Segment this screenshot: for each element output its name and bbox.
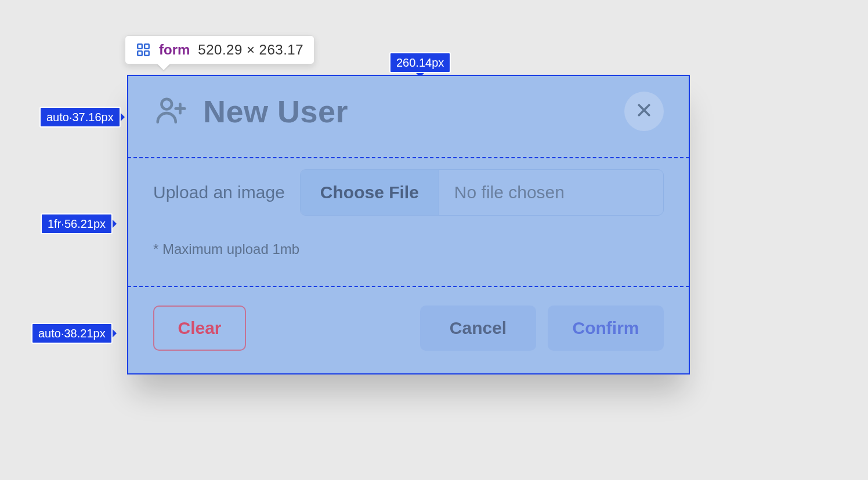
upload-hint: * Maximum upload 1mb	[153, 241, 664, 257]
grid-row2-badge: 1fr·56.21px	[41, 213, 113, 234]
grid-column-width-badge: 260.14px	[389, 52, 451, 73]
form-header: New User	[128, 75, 689, 147]
file-input[interactable]: Choose File No file chosen	[300, 169, 664, 216]
tooltip-dimensions: 520.29 × 263.17	[198, 42, 303, 58]
form-footer: Clear Cancel Confirm	[128, 288, 689, 374]
svg-rect-2	[138, 51, 142, 56]
grid-row1-badge: auto·37.16px	[39, 107, 121, 128]
grid-icon	[136, 42, 151, 57]
close-button[interactable]	[624, 92, 664, 131]
svg-rect-3	[144, 51, 149, 56]
cancel-button[interactable]: Cancel	[420, 306, 536, 351]
devtools-tooltip: form 520.29 × 263.17	[125, 35, 314, 64]
svg-rect-0	[138, 44, 142, 49]
confirm-button[interactable]: Confirm	[548, 306, 664, 351]
clear-button[interactable]: Clear	[153, 306, 246, 351]
svg-point-4	[161, 99, 172, 110]
form-body: Upload an image Choose File No file chos…	[128, 147, 689, 288]
new-user-form: New User Upload an image Choose File No …	[127, 75, 690, 374]
close-icon	[635, 99, 653, 124]
tooltip-element-tag: form	[159, 42, 190, 58]
form-title: New User	[203, 93, 348, 129]
upload-label: Upload an image	[153, 183, 285, 202]
user-plus-icon	[153, 92, 189, 130]
svg-rect-1	[144, 44, 149, 49]
grid-row3-badge: auto·38.21px	[31, 323, 113, 344]
file-status-text: No file chosen	[439, 170, 663, 215]
choose-file-button[interactable]: Choose File	[301, 170, 439, 215]
